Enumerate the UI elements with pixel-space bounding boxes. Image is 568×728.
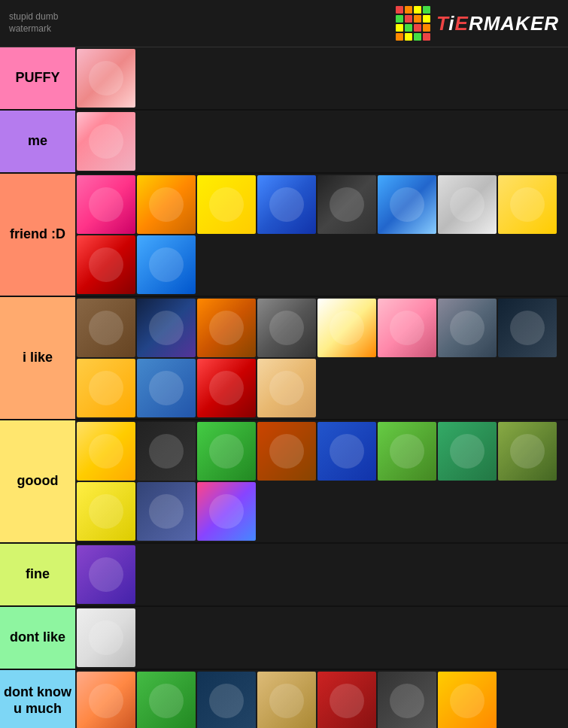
tier-row-puffy: PUFFY — [0, 47, 568, 111]
tier-item-g4[interactable] — [257, 422, 316, 481]
tier-item-me-anime[interactable] — [77, 112, 135, 171]
tier-item-dk4[interactable] — [257, 672, 316, 728]
tier-items-dontlike — [75, 607, 568, 669]
watermark-text: stupid dumbwatermark — [9, 11, 58, 35]
logo-grid-cell — [396, 6, 403, 14]
tier-label-fine: fine — [0, 544, 75, 605]
tier-item-il6[interactable] — [378, 299, 436, 357]
logo-grid-cell — [405, 33, 412, 41]
tier-item-il3[interactable] — [197, 299, 256, 357]
tiermaker-logo: TiERMAKER — [396, 6, 559, 41]
tier-row-me: me — [0, 111, 568, 174]
tier-items-fine — [75, 544, 568, 605]
tier-items-ilike — [75, 297, 568, 419]
logo-grid-cell — [423, 33, 430, 41]
tier-item-g9[interactable] — [77, 482, 135, 541]
tier-row-ilike: i like — [0, 297, 568, 420]
logo-grid-cell — [423, 24, 430, 32]
logo-grid-cell — [414, 24, 421, 32]
tier-item-g10[interactable] — [137, 482, 196, 541]
tier-item-g1[interactable] — [77, 422, 135, 481]
tier-label-dontknow: dont know u much — [0, 670, 75, 728]
tier-item-dk1[interactable] — [77, 672, 135, 728]
tier-item-f5[interactable] — [317, 175, 376, 234]
logo-grid-cell — [423, 6, 430, 14]
tier-item-f6[interactable] — [378, 175, 436, 234]
tier-item-f9[interactable] — [77, 235, 135, 294]
tier-label-ilike: i like — [0, 297, 75, 419]
tier-item-dk6[interactable] — [378, 672, 436, 728]
page-container: stupid dumbwatermark TiERMAKER PUFFYmefr… — [0, 0, 568, 728]
tier-item-il11[interactable] — [197, 359, 256, 417]
tier-row-dontlike: dont like — [0, 607, 568, 670]
tier-item-fn1[interactable] — [77, 545, 135, 604]
tier-item-il8[interactable] — [498, 299, 557, 357]
logo-grid-cell — [414, 6, 421, 14]
tier-label-dontlike: dont like — [0, 607, 75, 669]
tier-item-puffy-anime[interactable] — [77, 49, 135, 108]
logo-grid-cell — [396, 24, 403, 32]
header: stupid dumbwatermark TiERMAKER — [0, 0, 568, 47]
tier-item-f7[interactable] — [438, 175, 497, 234]
logo-grid-cell — [414, 33, 421, 41]
tier-item-dk7[interactable] — [438, 672, 497, 728]
tier-items-puffy — [75, 47, 568, 109]
logo-title: TiERMAKER — [436, 12, 559, 35]
tier-label-goood: goood — [0, 420, 75, 542]
tier-item-il2[interactable] — [137, 299, 196, 357]
tier-item-il4[interactable] — [257, 299, 316, 357]
logo-grid-cell — [423, 15, 430, 23]
tier-list: PUFFYmefriend :Di likegooodfinedont like… — [0, 47, 568, 728]
tier-item-il10[interactable] — [137, 359, 196, 417]
logo-grid-cell — [396, 33, 403, 41]
tier-item-dk5[interactable] — [317, 672, 376, 728]
tier-item-il1[interactable] — [77, 299, 135, 357]
tier-row-dontknow: dont know u much — [0, 670, 568, 728]
tier-row-fine: fine — [0, 544, 568, 607]
logo-grid-cell — [414, 15, 421, 23]
tier-item-g2[interactable] — [137, 422, 196, 481]
tier-items-me — [75, 111, 568, 172]
tier-item-g11[interactable] — [197, 482, 256, 541]
tier-label-puffy: PUFFY — [0, 47, 75, 109]
tier-item-il9[interactable] — [77, 359, 135, 417]
logo-grid-cell — [405, 6, 412, 14]
tier-item-f2[interactable] — [137, 175, 196, 234]
tier-item-g8[interactable] — [498, 422, 557, 481]
logo-grid-icon — [396, 6, 430, 41]
tier-items-friend — [75, 174, 568, 296]
tier-items-dontknow — [75, 670, 568, 728]
tier-row-goood: goood — [0, 420, 568, 544]
logo-grid-cell — [405, 15, 412, 23]
tier-item-il5[interactable] — [317, 299, 376, 357]
tier-item-g7[interactable] — [438, 422, 497, 481]
tier-item-f3[interactable] — [197, 175, 256, 234]
tier-item-dk3[interactable] — [197, 672, 256, 728]
tier-items-goood — [75, 420, 568, 542]
tier-item-f8[interactable] — [498, 175, 557, 234]
tier-item-g5[interactable] — [317, 422, 376, 481]
tier-item-f4[interactable] — [257, 175, 316, 234]
tier-item-g3[interactable] — [197, 422, 256, 481]
logo-grid-cell — [405, 24, 412, 32]
tier-item-g6[interactable] — [378, 422, 436, 481]
tier-item-f10[interactable] — [137, 235, 196, 294]
tier-row-friend: friend :D — [0, 174, 568, 297]
tier-item-f1[interactable] — [77, 175, 135, 234]
logo-grid-cell — [396, 15, 403, 23]
tier-label-friend: friend :D — [0, 174, 75, 296]
tier-item-dk2[interactable] — [137, 672, 196, 728]
tier-label-me: me — [0, 111, 75, 172]
tier-item-il7[interactable] — [438, 299, 497, 357]
tier-item-il12[interactable] — [257, 359, 316, 417]
tier-item-dl1[interactable] — [77, 608, 135, 667]
